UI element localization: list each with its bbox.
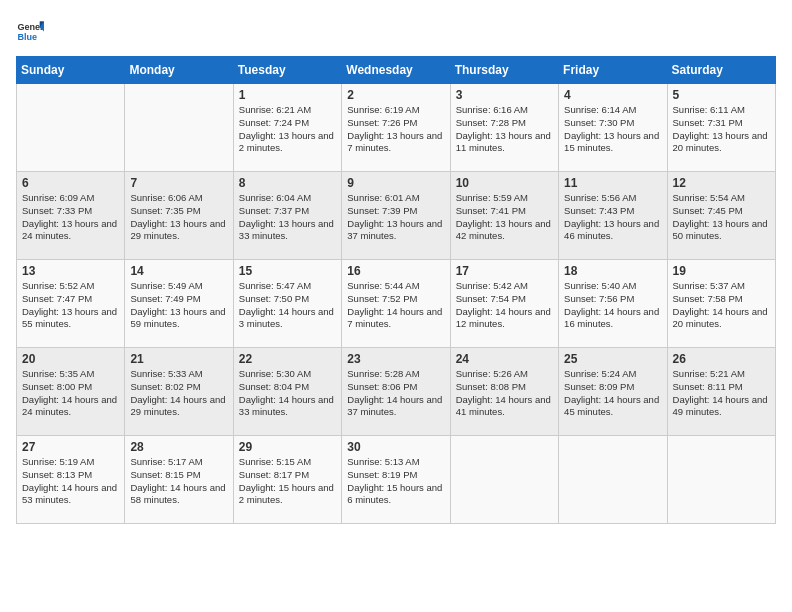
calendar-cell: 19Sunrise: 5:37 AM Sunset: 7:58 PM Dayli… [667,260,775,348]
cell-content: Sunrise: 5:47 AM Sunset: 7:50 PM Dayligh… [239,280,336,331]
weekday-header: Friday [559,57,667,84]
calendar-cell: 27Sunrise: 5:19 AM Sunset: 8:13 PM Dayli… [17,436,125,524]
day-number: 23 [347,352,444,366]
cell-content: Sunrise: 6:19 AM Sunset: 7:26 PM Dayligh… [347,104,444,155]
calendar-cell: 16Sunrise: 5:44 AM Sunset: 7:52 PM Dayli… [342,260,450,348]
cell-content: Sunrise: 5:21 AM Sunset: 8:11 PM Dayligh… [673,368,770,419]
weekday-header: Wednesday [342,57,450,84]
calendar-cell: 2Sunrise: 6:19 AM Sunset: 7:26 PM Daylig… [342,84,450,172]
cell-content: Sunrise: 5:30 AM Sunset: 8:04 PM Dayligh… [239,368,336,419]
calendar-week-row: 6Sunrise: 6:09 AM Sunset: 7:33 PM Daylig… [17,172,776,260]
cell-content: Sunrise: 5:35 AM Sunset: 8:00 PM Dayligh… [22,368,119,419]
day-number: 10 [456,176,553,190]
cell-content: Sunrise: 5:28 AM Sunset: 8:06 PM Dayligh… [347,368,444,419]
day-number: 18 [564,264,661,278]
cell-content: Sunrise: 6:21 AM Sunset: 7:24 PM Dayligh… [239,104,336,155]
day-number: 19 [673,264,770,278]
calendar-cell: 17Sunrise: 5:42 AM Sunset: 7:54 PM Dayli… [450,260,558,348]
cell-content: Sunrise: 5:52 AM Sunset: 7:47 PM Dayligh… [22,280,119,331]
day-number: 7 [130,176,227,190]
calendar-cell: 18Sunrise: 5:40 AM Sunset: 7:56 PM Dayli… [559,260,667,348]
calendar-week-row: 27Sunrise: 5:19 AM Sunset: 8:13 PM Dayli… [17,436,776,524]
cell-content: Sunrise: 5:44 AM Sunset: 7:52 PM Dayligh… [347,280,444,331]
weekday-header: Tuesday [233,57,341,84]
cell-content: Sunrise: 6:14 AM Sunset: 7:30 PM Dayligh… [564,104,661,155]
calendar-cell [559,436,667,524]
day-number: 28 [130,440,227,454]
day-number: 20 [22,352,119,366]
day-number: 24 [456,352,553,366]
calendar-cell: 20Sunrise: 5:35 AM Sunset: 8:00 PM Dayli… [17,348,125,436]
calendar-cell: 28Sunrise: 5:17 AM Sunset: 8:15 PM Dayli… [125,436,233,524]
calendar-week-row: 1Sunrise: 6:21 AM Sunset: 7:24 PM Daylig… [17,84,776,172]
calendar-cell: 4Sunrise: 6:14 AM Sunset: 7:30 PM Daylig… [559,84,667,172]
calendar-week-row: 20Sunrise: 5:35 AM Sunset: 8:00 PM Dayli… [17,348,776,436]
day-number: 11 [564,176,661,190]
header: General Blue [16,16,776,44]
calendar-cell: 6Sunrise: 6:09 AM Sunset: 7:33 PM Daylig… [17,172,125,260]
cell-content: Sunrise: 5:19 AM Sunset: 8:13 PM Dayligh… [22,456,119,507]
day-number: 8 [239,176,336,190]
day-number: 4 [564,88,661,102]
calendar-cell: 25Sunrise: 5:24 AM Sunset: 8:09 PM Dayli… [559,348,667,436]
day-number: 30 [347,440,444,454]
cell-content: Sunrise: 5:17 AM Sunset: 8:15 PM Dayligh… [130,456,227,507]
day-number: 16 [347,264,444,278]
calendar-cell [450,436,558,524]
weekday-header: Saturday [667,57,775,84]
calendar-cell: 21Sunrise: 5:33 AM Sunset: 8:02 PM Dayli… [125,348,233,436]
day-number: 17 [456,264,553,278]
cell-content: Sunrise: 5:59 AM Sunset: 7:41 PM Dayligh… [456,192,553,243]
weekday-header: Thursday [450,57,558,84]
cell-content: Sunrise: 6:01 AM Sunset: 7:39 PM Dayligh… [347,192,444,243]
calendar-cell: 22Sunrise: 5:30 AM Sunset: 8:04 PM Dayli… [233,348,341,436]
cell-content: Sunrise: 5:13 AM Sunset: 8:19 PM Dayligh… [347,456,444,507]
cell-content: Sunrise: 5:42 AM Sunset: 7:54 PM Dayligh… [456,280,553,331]
day-number: 21 [130,352,227,366]
cell-content: Sunrise: 5:15 AM Sunset: 8:17 PM Dayligh… [239,456,336,507]
day-number: 6 [22,176,119,190]
cell-content: Sunrise: 5:37 AM Sunset: 7:58 PM Dayligh… [673,280,770,331]
weekday-header: Monday [125,57,233,84]
day-number: 27 [22,440,119,454]
calendar-cell: 15Sunrise: 5:47 AM Sunset: 7:50 PM Dayli… [233,260,341,348]
calendar-cell: 24Sunrise: 5:26 AM Sunset: 8:08 PM Dayli… [450,348,558,436]
weekday-header: Sunday [17,57,125,84]
cell-content: Sunrise: 5:49 AM Sunset: 7:49 PM Dayligh… [130,280,227,331]
weekday-header-row: SundayMondayTuesdayWednesdayThursdayFrid… [17,57,776,84]
day-number: 2 [347,88,444,102]
calendar-week-row: 13Sunrise: 5:52 AM Sunset: 7:47 PM Dayli… [17,260,776,348]
calendar-cell: 29Sunrise: 5:15 AM Sunset: 8:17 PM Dayli… [233,436,341,524]
calendar-cell: 26Sunrise: 5:21 AM Sunset: 8:11 PM Dayli… [667,348,775,436]
calendar-cell: 13Sunrise: 5:52 AM Sunset: 7:47 PM Dayli… [17,260,125,348]
cell-content: Sunrise: 6:04 AM Sunset: 7:37 PM Dayligh… [239,192,336,243]
calendar-cell: 9Sunrise: 6:01 AM Sunset: 7:39 PM Daylig… [342,172,450,260]
svg-text:Blue: Blue [17,32,37,42]
calendar-cell [667,436,775,524]
cell-content: Sunrise: 6:11 AM Sunset: 7:31 PM Dayligh… [673,104,770,155]
cell-content: Sunrise: 5:33 AM Sunset: 8:02 PM Dayligh… [130,368,227,419]
cell-content: Sunrise: 6:06 AM Sunset: 7:35 PM Dayligh… [130,192,227,243]
calendar-cell: 1Sunrise: 6:21 AM Sunset: 7:24 PM Daylig… [233,84,341,172]
cell-content: Sunrise: 5:56 AM Sunset: 7:43 PM Dayligh… [564,192,661,243]
cell-content: Sunrise: 6:16 AM Sunset: 7:28 PM Dayligh… [456,104,553,155]
calendar-table: SundayMondayTuesdayWednesdayThursdayFrid… [16,56,776,524]
cell-content: Sunrise: 5:40 AM Sunset: 7:56 PM Dayligh… [564,280,661,331]
logo: General Blue [16,16,44,44]
day-number: 14 [130,264,227,278]
calendar-cell: 12Sunrise: 5:54 AM Sunset: 7:45 PM Dayli… [667,172,775,260]
calendar-cell: 30Sunrise: 5:13 AM Sunset: 8:19 PM Dayli… [342,436,450,524]
day-number: 3 [456,88,553,102]
day-number: 25 [564,352,661,366]
day-number: 22 [239,352,336,366]
calendar-cell: 8Sunrise: 6:04 AM Sunset: 7:37 PM Daylig… [233,172,341,260]
day-number: 29 [239,440,336,454]
day-number: 9 [347,176,444,190]
cell-content: Sunrise: 5:24 AM Sunset: 8:09 PM Dayligh… [564,368,661,419]
calendar-cell: 5Sunrise: 6:11 AM Sunset: 7:31 PM Daylig… [667,84,775,172]
calendar-cell: 23Sunrise: 5:28 AM Sunset: 8:06 PM Dayli… [342,348,450,436]
day-number: 15 [239,264,336,278]
logo-icon: General Blue [16,16,44,44]
calendar-cell: 14Sunrise: 5:49 AM Sunset: 7:49 PM Dayli… [125,260,233,348]
calendar-cell [17,84,125,172]
